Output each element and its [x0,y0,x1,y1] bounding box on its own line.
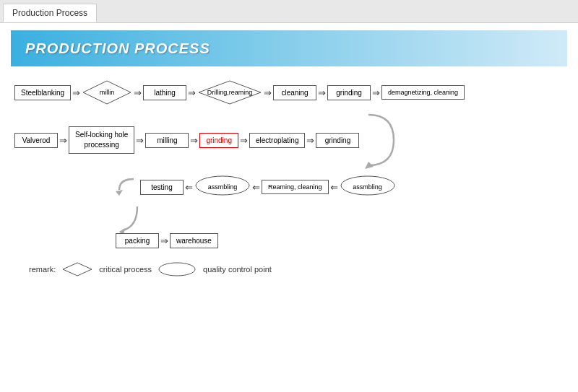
banner-title: PRODUCTION PROCESS [25,40,210,57]
arrow-8: ⇒ [136,135,144,146]
arrow-1: ⇒ [72,87,80,98]
box-demagnetizing: demagnetizing, cleaning [381,85,465,100]
flow-row-2: Valverod ⇒ Self-locking holeprocessing ⇒… [14,111,564,169]
remark-diamond-icon [61,261,93,277]
remark-quality-label: quality control point [203,265,272,274]
curve-left-top [116,175,137,199]
box-milling: milling [145,133,189,148]
arrow-left-1: ⇒ [185,182,193,193]
box-electroplating: electroplating [249,133,305,148]
oval-assmbling2: assmbling [340,175,396,199]
flow-row-3: testing ⇒ assmbling ⇒ Reaming, cleaning … [116,175,564,199]
curve-right [365,111,397,169]
diamond-millin: millin [82,79,132,105]
main-content: PRODUCTION PROCESS Steelblanking ⇒ milli… [0,23,578,392]
oval-assmbling1: assmbling [194,175,251,199]
flow-row-1: Steelblanking ⇒ millin ⇒ lathing ⇒ Drill… [14,79,564,105]
box-packing: packing [116,233,159,248]
svg-marker-3 [116,190,123,196]
flow-diagram: Steelblanking ⇒ millin ⇒ lathing ⇒ Drill… [0,66,578,284]
box-cleaning1: cleaning [273,85,316,100]
box-grinding-red: grinding [199,133,238,148]
tab-production-process[interactable]: Production Process [3,4,97,22]
arrow-left-2: ⇒ [252,182,260,193]
arrow-11: ⇒ [306,135,314,146]
arrow-2: ⇒ [134,87,142,98]
arrow-6: ⇒ [372,87,380,98]
box-grinding2: grinding [316,133,359,148]
arrow-3: ⇒ [188,87,196,98]
box-valverod: Valverod [14,133,58,148]
svg-marker-7 [63,263,92,276]
arrow-9: ⇒ [190,135,198,146]
arrow-4: ⇒ [264,87,272,98]
flow-row-4: packing ⇒ warehouse [116,233,564,248]
arrow-left-3: ⇒ [330,182,338,193]
remark-critical-label: critical process [99,265,152,274]
svg-point-8 [159,263,195,276]
box-reaming-cleaning: Reaming, cleaning [262,180,329,194]
box-warehouse: warehouse [170,233,218,248]
arrow-5: ⇒ [318,87,326,98]
arrow-10: ⇒ [240,135,248,146]
box-testing: testing [140,180,184,195]
arrow-12: ⇒ [160,235,168,246]
arrow-7: ⇒ [59,135,67,146]
box-grinding1: grinding [327,85,371,100]
box-lathing: lathing [143,85,186,100]
banner: PRODUCTION PROCESS [11,30,567,66]
remark-oval-icon [158,261,197,277]
remark-section: remark: critical process quality control… [14,261,564,277]
box-steelblanking: Steelblanking [14,85,71,100]
box-self-locking: Self-locking holeprocessing [69,126,134,154]
curve-bottom-left [119,205,564,236]
tab-bar: Production Process [0,0,578,23]
remark-label: remark: [29,265,56,274]
diamond-drilling: Drilling,reaming [197,79,262,105]
